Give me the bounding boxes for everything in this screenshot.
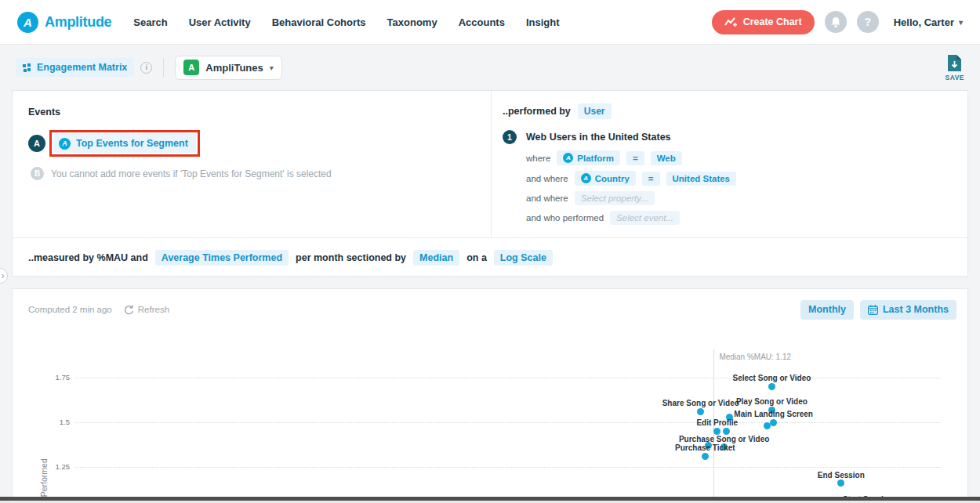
project-selector[interactable]: A AmpliTunes ▾ [175, 56, 281, 80]
nav-item-user-activity[interactable]: User Activity [189, 16, 251, 28]
property-selector[interactable]: A Platform [557, 150, 620, 165]
nav-right: Create Chart ? Hello, Carter ▾ [712, 10, 963, 34]
scatter-point[interactable] [702, 453, 709, 460]
scatter-point[interactable] [768, 383, 775, 390]
point-label: Share Song or Video [634, 399, 768, 407]
on-a-text: on a [466, 252, 487, 263]
nav-item-insight[interactable]: Insight [526, 16, 560, 28]
scatter-point[interactable] [697, 408, 704, 415]
select-property-input[interactable]: Select property... [575, 191, 655, 205]
nav-item-accounts[interactable]: Accounts [459, 16, 505, 28]
point-label: Select Song or Video [705, 374, 838, 382]
condition-prefix: where [526, 154, 550, 163]
property-selector[interactable]: A Country [575, 171, 636, 186]
nav-links: Search User Activity Behavioral Cohorts … [133, 16, 559, 28]
amplitude-logo[interactable]: A Amplitude [17, 12, 111, 33]
save-document-icon [947, 54, 962, 72]
chart-type-label: Engagement Matrix [37, 62, 127, 73]
chart-plot-area: Average Times Performed 1.751.51.25Media… [13, 289, 967, 502]
point-label: Main Landing Screen [707, 410, 840, 418]
section-selector[interactable]: Median [413, 250, 459, 266]
chevron-right-icon: › [2, 270, 5, 281]
value-selector[interactable]: United States [666, 172, 737, 186]
condition-prefix: and who performed [526, 213, 604, 223]
amplitude-logo-icon: A [17, 12, 38, 33]
sectioned-by-text: per month sectioned by [296, 252, 406, 263]
nav-item-behavioral-cohorts[interactable]: Behavioral Cohorts [272, 16, 366, 28]
point-label: Purchase Ticket [638, 443, 771, 452]
y-tick-label: 1.5 [19, 418, 70, 426]
chevron-down-icon: ▾ [270, 63, 274, 72]
metric-selector[interactable]: Average Times Performed [155, 250, 289, 266]
point-label: Purchase Song or Video [658, 435, 791, 443]
point-label: End Session [775, 471, 908, 479]
value-selector[interactable]: Web [651, 151, 682, 165]
performed-by-selector[interactable]: User [578, 103, 612, 119]
header-divider [163, 58, 164, 77]
collapse-panel-handle[interactable]: › [0, 268, 8, 284]
operator-selector[interactable]: = [642, 172, 660, 186]
brand-name: Amplitude [45, 14, 111, 31]
condition-row: and who performed Select event... [526, 211, 968, 225]
save-button[interactable]: SAVE [945, 54, 964, 81]
event-row-a: A A Top Events for Segment [28, 130, 491, 157]
condition-row: and where A Country = United States [526, 171, 968, 186]
gridline [75, 467, 942, 468]
query-builder-card: Events A A Top Events for Segment B You … [12, 90, 968, 277]
scatter-point[interactable] [837, 479, 844, 487]
nav-item-search[interactable]: Search [133, 16, 167, 28]
scatter-point[interactable] [723, 428, 730, 435]
user-menu[interactable]: Hello, Carter ▾ [894, 16, 963, 28]
y-tick-label: 1.25 [19, 462, 70, 471]
annotation-highlight-box: A Top Events for Segment [49, 130, 200, 157]
scale-selector[interactable]: Log Scale [494, 250, 553, 266]
median-line-label: Median %MAU: 1.12 [719, 353, 791, 361]
event-badge-a: A [28, 135, 45, 152]
amplitude-property-icon: A [563, 153, 573, 163]
events-title: Events [28, 107, 491, 118]
notifications-bell-icon[interactable] [825, 11, 847, 33]
segment-conditions: where A Platform = Web and where A Count… [526, 150, 968, 225]
greeting-label: Hello, Carter [894, 16, 954, 28]
event-badge-b: B [31, 167, 44, 180]
matrix-grid-icon [23, 63, 31, 72]
condition-prefix: and where [526, 194, 568, 203]
performed-by-section: ..performed by User 1 Web Users in the U… [492, 91, 968, 237]
save-label: SAVE [945, 74, 964, 81]
chart-header-row: Engagement Matrix i A AmpliTunes ▾ SAVE [0, 45, 980, 90]
measured-by-text: ..measured by %MAU and [28, 252, 148, 263]
info-icon[interactable]: i [140, 62, 152, 74]
event-name: Top Events for Segment [76, 138, 188, 149]
y-tick-label: 1.75 [19, 373, 70, 382]
event-limit-message: You cannot add more events if 'Top Event… [51, 168, 332, 179]
chart-line-icon [724, 16, 738, 27]
event-row-b: B You cannot add more events if 'Top Eve… [31, 167, 491, 180]
gridline [75, 422, 942, 423]
help-icon[interactable]: ? [857, 11, 879, 33]
condition-row: where A Platform = Web [526, 150, 968, 165]
event-selector[interactable]: A Top Events for Segment [53, 134, 196, 153]
create-chart-label: Create Chart [743, 16, 802, 27]
chart-card: Computed 2 min ago Refresh Monthly [12, 288, 968, 503]
select-event-input[interactable]: Select event... [610, 211, 680, 225]
project-icon: A [183, 60, 199, 75]
scatter-point[interactable] [713, 428, 720, 435]
segment-name: Web Users in the United States [526, 132, 671, 143]
create-chart-button[interactable]: Create Chart [712, 10, 815, 34]
amplitude-event-icon: A [59, 138, 71, 150]
segment-row: 1 Web Users in the United States [503, 130, 968, 144]
project-name: AmpliTunes [205, 62, 263, 74]
events-section: Events A A Top Events for Segment B You … [13, 91, 491, 237]
top-nav: A Amplitude Search User Activity Behavio… [0, 0, 980, 45]
nav-item-taxonomy[interactable]: Taxonomy [387, 16, 437, 28]
operator-selector[interactable]: = [626, 151, 644, 165]
condition-row: and where Select property... [526, 191, 968, 205]
chart-type-selector[interactable]: Engagement Matrix [16, 58, 134, 77]
measured-by-row: ..measured by %MAU and Average Times Per… [13, 237, 967, 277]
point-label: Edit Profile [651, 418, 784, 427]
amplitude-property-icon: A [581, 173, 591, 183]
performed-by-label: ..performed by [503, 106, 571, 117]
condition-prefix: and where [526, 174, 568, 183]
chevron-down-icon: ▾ [959, 18, 963, 27]
segment-badge: 1 [503, 130, 517, 144]
